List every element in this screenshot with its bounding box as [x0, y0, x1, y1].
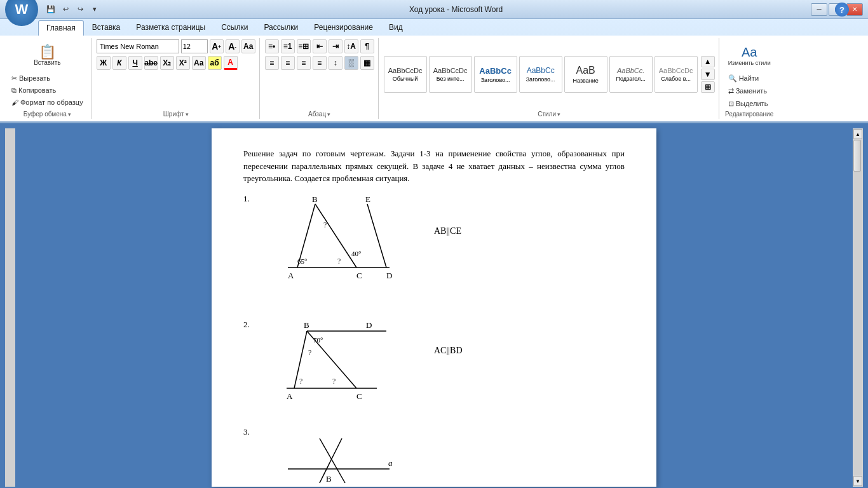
scroll-down-button[interactable]: ▼: [853, 476, 862, 486]
change-styles-button[interactable]: Aa Изменить стили: [724, 39, 775, 71]
underline-button[interactable]: Ч: [128, 56, 142, 70]
font-name-input[interactable]: [97, 39, 179, 53]
cut-button[interactable]: ✂ Вырезать: [8, 72, 87, 84]
style-h2[interactable]: AaBbCc Заголово...: [519, 56, 562, 93]
decrease-indent-button[interactable]: ⇤: [313, 39, 327, 53]
save-quick-btn[interactable]: 💾: [44, 3, 57, 16]
borders-button[interactable]: ▦: [360, 56, 374, 70]
style-nospacing[interactable]: AaBbCcDc Без инте...: [429, 56, 472, 93]
find-button[interactable]: 🔍 Найти: [724, 72, 763, 84]
svg-text:a: a: [388, 458, 393, 468]
bold-button[interactable]: Ж: [97, 56, 111, 70]
styles-expand-icon[interactable]: ▾: [557, 111, 560, 118]
paste-icon: 📋: [39, 45, 56, 59]
styles-label: Стили ▾: [538, 109, 560, 118]
replace-button[interactable]: ⇄ Заменить: [724, 85, 771, 97]
problem1-num: 1.: [243, 193, 256, 205]
scroll-thumb[interactable]: [853, 140, 861, 172]
office-button[interactable]: W: [5, 0, 38, 26]
copy-button[interactable]: ⧉ Копировать: [8, 85, 87, 96]
tab-view[interactable]: Вид: [381, 20, 410, 36]
problem2-diagram: B D A C 70° ? ? ?: [262, 318, 409, 414]
svg-text:D: D: [386, 271, 392, 280]
titlebar: W 💾 ↩ ↪ ▾ Ход урока - Microsoft Word ─ □…: [0, 0, 868, 19]
minimize-button[interactable]: ─: [811, 3, 827, 16]
sort-button[interactable]: ↕A: [344, 39, 358, 53]
style-emphasis-preview: AaBbCcDc: [659, 67, 693, 74]
highlight-button[interactable]: аб: [208, 56, 222, 70]
tab-review[interactable]: Рецензирование: [306, 20, 381, 36]
style-subtitle[interactable]: AaBbCc. Подзагол...: [609, 56, 653, 93]
tab-layout[interactable]: Разметка страницы: [128, 20, 213, 36]
tab-insert[interactable]: Вставка: [85, 20, 128, 36]
paragraph-row2: ≡ ≡ ≡ ≡ ↕ ░ ▦: [265, 56, 374, 70]
align-left-button[interactable]: ≡: [265, 56, 279, 70]
style-normal-label: Обычный: [393, 76, 418, 82]
customize-quick-btn[interactable]: ▾: [88, 3, 101, 16]
help-button[interactable]: ?: [835, 3, 849, 17]
style-title[interactable]: AaB Название: [564, 56, 607, 93]
styles-down-button[interactable]: ▼: [701, 69, 715, 80]
align-center-button[interactable]: ≡: [281, 56, 295, 70]
change-case-button[interactable]: Аа: [192, 56, 206, 70]
multilevel-list-button[interactable]: ≡⊞: [297, 39, 311, 53]
style-normal[interactable]: AaBbCcDc Обычный: [384, 56, 427, 93]
scroll-up-button[interactable]: ▲: [853, 129, 862, 139]
align-right-button[interactable]: ≡: [297, 56, 311, 70]
tab-mailings[interactable]: Рассылки: [256, 20, 306, 36]
italic-button[interactable]: К: [112, 56, 126, 70]
tab-home[interactable]: Главная: [38, 20, 84, 36]
bullet-list-button[interactable]: ≡•: [265, 39, 279, 53]
paragraph-expand-icon[interactable]: ▾: [327, 111, 330, 118]
paragraph-label: Абзац ▾: [308, 109, 330, 118]
font-expand-icon[interactable]: ▾: [186, 111, 189, 118]
clipboard-label: Буфер обмена ▾: [24, 109, 71, 118]
svg-text:C: C: [356, 391, 362, 401]
svg-text:B: B: [304, 320, 309, 330]
svg-text:E: E: [365, 194, 370, 204]
select-button[interactable]: ⊡ Выделить: [724, 98, 772, 109]
style-h1[interactable]: AaBbCc Заголово...: [474, 56, 517, 93]
style-nospacing-label: Без инте...: [437, 76, 465, 82]
undo-quick-btn[interactable]: ↩: [59, 3, 72, 16]
font-format-row: Ж К Ч abe X₂ X² Аа аб А: [97, 56, 238, 70]
font-name-row: A+ A- Aa: [97, 39, 255, 53]
styles-up-button[interactable]: ▲: [701, 56, 715, 67]
paste-button[interactable]: 📋 Вставить: [30, 39, 64, 71]
increase-indent-button[interactable]: ⇥: [329, 39, 342, 53]
style-normal-preview: AaBbCcDc: [388, 67, 423, 74]
grow-font-button[interactable]: A+: [210, 39, 224, 53]
justify-button[interactable]: ≡: [313, 56, 327, 70]
style-nospacing-preview: AaBbCcDc: [433, 67, 468, 74]
format-painter-button[interactable]: 🖌 Формат по образцу: [8, 97, 87, 108]
superscript-button[interactable]: X²: [176, 56, 190, 70]
shading-button[interactable]: ░: [344, 56, 358, 70]
subscript-button[interactable]: X₂: [160, 56, 174, 70]
style-emphasis-label: Слабое в...: [661, 76, 691, 82]
tab-references[interactable]: Ссылки: [214, 20, 255, 36]
numbered-list-button[interactable]: ≡1: [281, 39, 295, 53]
line-spacing-button[interactable]: ↕: [329, 56, 342, 70]
cut-icon: ✂: [11, 74, 17, 83]
style-emphasis[interactable]: AaBbCcDc Слабое в...: [654, 56, 698, 93]
font-color-button[interactable]: А: [224, 56, 238, 70]
problem2-num: 2.: [243, 318, 256, 331]
redo-quick-btn[interactable]: ↪: [74, 3, 86, 16]
window-title: Ход урока - Microsoft Word: [101, 5, 811, 14]
styles-content: AaBbCcDc Обычный AaBbCcDc Без инте... Aa…: [384, 39, 715, 109]
font-size-input[interactable]: [181, 39, 208, 53]
document-page: Решение задач по готовым чертежам. Задач…: [212, 128, 656, 487]
strikethrough-button[interactable]: abe: [144, 56, 158, 70]
shrink-font-button[interactable]: A-: [226, 39, 240, 53]
styles-row: AaBbCcDc Обычный AaBbCcDc Без инте... Aa…: [384, 56, 715, 93]
problem2-label: AC||BD: [434, 344, 463, 357]
problem3-container: 3. a B: [243, 426, 625, 487]
clear-format-button[interactable]: Aa: [241, 39, 255, 53]
clipboard-expand-icon[interactable]: ▾: [68, 111, 71, 118]
styles-more-button[interactable]: ⊞: [701, 81, 715, 93]
svg-text:A: A: [287, 391, 293, 401]
show-marks-button[interactable]: ¶: [360, 39, 374, 53]
clipboard-small-btns: ✂ Вырезать ⧉ Копировать 🖌 Формат по обра…: [8, 72, 87, 108]
style-h2-preview: AaBbCc: [527, 66, 555, 75]
clipboard-group: 📋 Вставить ✂ Вырезать ⧉ Копировать 🖌 Фор…: [4, 38, 92, 119]
